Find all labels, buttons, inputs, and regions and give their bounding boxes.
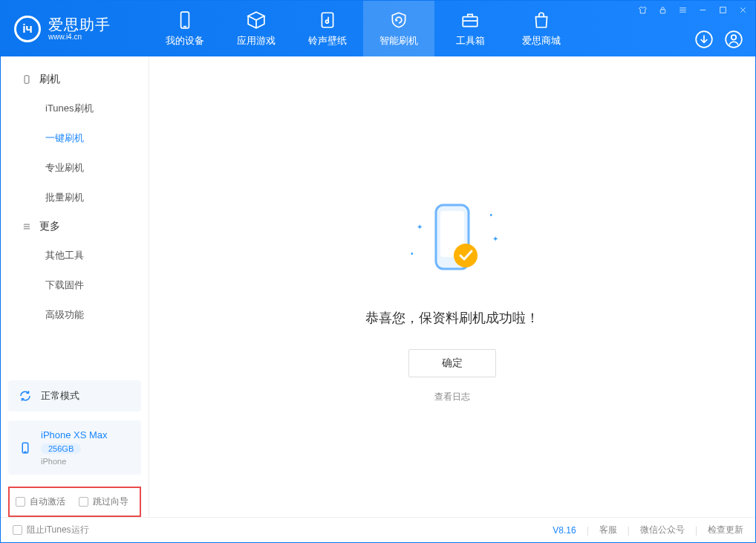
nav-apps-games[interactable]: 应用游戏 xyxy=(221,1,292,56)
version-label: V8.16 xyxy=(553,525,576,536)
sidebar-item-itunes-flash[interactable]: iTunes刷机 xyxy=(1,94,149,123)
sidebar-item-onekey-flash[interactable]: 一键刷机 xyxy=(1,123,149,153)
nav-my-device[interactable]: 我的设备 xyxy=(149,1,221,56)
list-icon xyxy=(22,221,32,232)
nav-toolbox[interactable]: 工具箱 xyxy=(434,1,506,56)
device-name: iPhone XS Max xyxy=(41,429,108,440)
flash-options-row: 自动激活 跳过向导 xyxy=(8,487,141,517)
checkbox-label: 阻止iTunes运行 xyxy=(27,524,89,536)
sidebar-item-advanced[interactable]: 高级功能 xyxy=(1,300,149,330)
svg-point-3 xyxy=(326,20,329,23)
app-header: iч 爱思助手 www.i4.cn 我的设备 应用游戏 铃声壁纸 智能刷机 xyxy=(1,1,755,56)
close-button[interactable] xyxy=(738,5,748,16)
sidebar-item-download-fw[interactable]: 下载固件 xyxy=(1,270,149,300)
svg-rect-6 xyxy=(660,10,665,13)
shopping-bag-icon xyxy=(532,10,551,30)
briefcase-icon xyxy=(460,10,480,30)
checkbox-icon xyxy=(13,525,22,535)
app-title-en: www.i4.cn xyxy=(48,33,111,41)
ok-button[interactable]: 确定 xyxy=(408,349,496,377)
group-label: 刷机 xyxy=(39,73,60,86)
status-bar: 阻止iTunes运行 V8.16 | 客服 | 微信公众号 | 检查更新 xyxy=(1,517,755,542)
download-icon[interactable] xyxy=(694,30,714,49)
svg-point-16 xyxy=(731,35,737,40)
check-update-link[interactable]: 检查更新 xyxy=(708,524,743,536)
nav-label: 铃声壁纸 xyxy=(308,34,347,48)
device-mode-box[interactable]: 正常模式 xyxy=(8,380,141,412)
window-controls xyxy=(638,5,748,16)
nav-store[interactable]: 爱思商城 xyxy=(506,1,577,56)
cube-icon xyxy=(247,10,266,30)
checkbox-icon xyxy=(16,497,25,507)
maximize-button[interactable] xyxy=(718,5,728,16)
svg-rect-4 xyxy=(463,16,478,26)
support-link[interactable]: 客服 xyxy=(599,524,617,536)
sidebar: 刷机 iTunes刷机 一键刷机 专业刷机 批量刷机 更多 其他工具 下载固件 … xyxy=(1,56,149,517)
user-icon[interactable] xyxy=(724,30,743,49)
svg-rect-0 xyxy=(181,12,189,28)
sidebar-group-more: 更多 xyxy=(1,212,149,241)
nav-label: 爱思商城 xyxy=(522,34,561,48)
refresh-shield-icon xyxy=(389,10,408,30)
success-illustration: ✦ • • ✦ xyxy=(408,198,497,287)
nav-label: 智能刷机 xyxy=(379,34,418,48)
success-message: 恭喜您，保资料刷机成功啦！ xyxy=(365,309,539,327)
svg-rect-17 xyxy=(25,76,29,84)
device-info-box[interactable]: iPhone XS Max 256GB iPhone xyxy=(8,420,141,475)
checkbox-auto-activate[interactable]: 自动激活 xyxy=(16,495,65,508)
checkbox-icon xyxy=(79,497,88,507)
sidebar-item-batch-flash[interactable]: 批量刷机 xyxy=(1,183,149,212)
checkbox-label: 跳过向导 xyxy=(93,495,128,508)
main-nav: 我的设备 应用游戏 铃声壁纸 智能刷机 工具箱 爱思商城 xyxy=(149,1,577,56)
checkbox-skip-guide[interactable]: 跳过向导 xyxy=(79,495,128,508)
lock-icon[interactable] xyxy=(658,5,668,16)
logo-icon: iч xyxy=(14,16,41,42)
checkbox-block-itunes[interactable]: 阻止iTunes运行 xyxy=(13,524,89,536)
nav-smart-flash[interactable]: 智能刷机 xyxy=(363,1,434,56)
sidebar-group-flash: 刷机 xyxy=(1,65,149,94)
group-label: 更多 xyxy=(39,220,60,233)
view-log-link[interactable]: 查看日志 xyxy=(434,391,470,403)
svg-point-25 xyxy=(454,244,478,267)
device-icon xyxy=(175,10,195,30)
wechat-link[interactable]: 微信公众号 xyxy=(640,524,685,536)
device-mode-label: 正常模式 xyxy=(41,389,79,403)
device-capacity: 256GB xyxy=(41,443,81,454)
sync-icon xyxy=(19,389,32,403)
nav-label: 应用游戏 xyxy=(237,34,276,48)
phone-icon xyxy=(22,74,32,85)
minimize-button[interactable] xyxy=(698,5,708,16)
nav-label: 我的设备 xyxy=(166,34,204,48)
sidebar-item-pro-flash[interactable]: 专业刷机 xyxy=(1,153,149,183)
menu-icon[interactable] xyxy=(678,5,688,16)
svg-rect-11 xyxy=(720,7,726,13)
shirt-icon[interactable] xyxy=(638,5,648,16)
checkbox-label: 自动激活 xyxy=(30,495,65,508)
header-right-icons xyxy=(694,30,743,49)
device-type: iPhone xyxy=(41,457,108,466)
app-title-cn: 爱思助手 xyxy=(48,16,111,33)
music-file-icon xyxy=(318,10,337,30)
nav-label: 工具箱 xyxy=(456,34,485,48)
main-content: ✦ • • ✦ 恭喜您，保资料刷机成功啦！ 确定 查看日志 xyxy=(149,56,755,517)
nav-ring-wall[interactable]: 铃声壁纸 xyxy=(292,1,363,56)
app-logo: iч 爱思助手 www.i4.cn xyxy=(1,1,149,56)
phone-icon xyxy=(19,441,32,455)
sidebar-item-other-tools[interactable]: 其他工具 xyxy=(1,241,149,270)
